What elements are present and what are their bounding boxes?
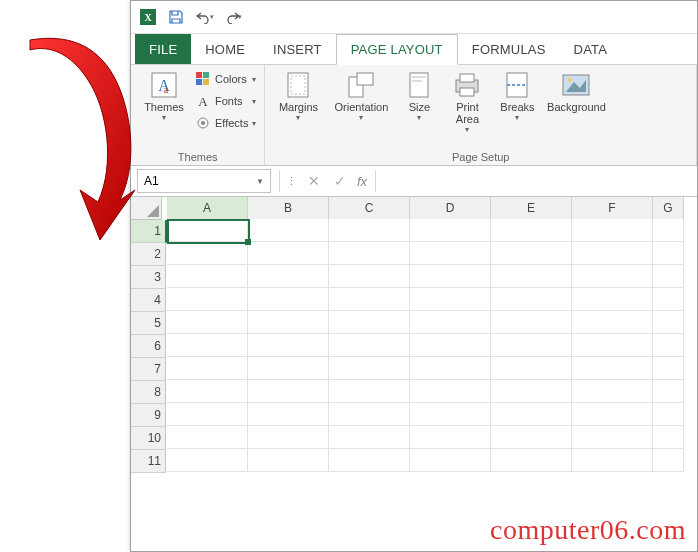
print-area-button[interactable]: Print Area ▾: [445, 69, 489, 136]
column-header[interactable]: C: [329, 197, 410, 220]
fx-icon[interactable]: fx: [353, 174, 371, 189]
row-header[interactable]: 3: [131, 266, 166, 289]
cell[interactable]: [410, 288, 491, 311]
cell[interactable]: [572, 219, 653, 242]
cell[interactable]: [410, 449, 491, 472]
cell[interactable]: [167, 380, 248, 403]
cell[interactable]: [248, 242, 329, 265]
tab-file[interactable]: FILE: [135, 34, 191, 64]
cell[interactable]: [329, 334, 410, 357]
cell[interactable]: [167, 242, 248, 265]
column-header[interactable]: D: [410, 197, 491, 220]
cell[interactable]: [653, 242, 684, 265]
tab-insert[interactable]: INSERT: [259, 34, 336, 64]
size-button[interactable]: Size ▾: [399, 69, 439, 124]
effects-button[interactable]: Effects ▾: [195, 113, 256, 133]
cell[interactable]: [491, 357, 572, 380]
cell[interactable]: [410, 311, 491, 334]
cell[interactable]: [167, 311, 248, 334]
cell[interactable]: [491, 242, 572, 265]
row-header[interactable]: 7: [131, 358, 166, 381]
cell[interactable]: [329, 380, 410, 403]
cell[interactable]: [167, 265, 248, 288]
save-icon[interactable]: [165, 6, 187, 28]
cell[interactable]: [329, 265, 410, 288]
cell[interactable]: [491, 288, 572, 311]
cell[interactable]: [410, 219, 491, 242]
cell[interactable]: [167, 426, 248, 449]
background-button[interactable]: Background: [545, 69, 607, 115]
row-header[interactable]: 1: [131, 220, 167, 243]
cell[interactable]: [653, 403, 684, 426]
cell[interactable]: [248, 265, 329, 288]
column-header[interactable]: F: [572, 197, 653, 220]
cell[interactable]: [248, 449, 329, 472]
column-header[interactable]: A: [167, 197, 248, 221]
cell[interactable]: [248, 426, 329, 449]
cell[interactable]: [572, 334, 653, 357]
cell[interactable]: [491, 403, 572, 426]
cell[interactable]: [167, 357, 248, 380]
cell[interactable]: [491, 265, 572, 288]
cell[interactable]: [329, 403, 410, 426]
cell[interactable]: [653, 380, 684, 403]
cell[interactable]: [491, 426, 572, 449]
cell[interactable]: [248, 219, 329, 242]
row-header[interactable]: 6: [131, 335, 166, 358]
cell[interactable]: [410, 242, 491, 265]
cell[interactable]: [410, 357, 491, 380]
cell[interactable]: [572, 242, 653, 265]
cell[interactable]: [653, 449, 684, 472]
cell[interactable]: [329, 426, 410, 449]
row-header[interactable]: 4: [131, 289, 166, 312]
cell[interactable]: [329, 288, 410, 311]
cell[interactable]: [653, 265, 684, 288]
orientation-button[interactable]: Orientation ▾: [329, 69, 393, 124]
cell[interactable]: [410, 403, 491, 426]
cell[interactable]: [572, 449, 653, 472]
cell[interactable]: [491, 219, 572, 242]
cell[interactable]: [572, 426, 653, 449]
cell[interactable]: [653, 311, 684, 334]
column-header[interactable]: B: [248, 197, 329, 220]
cell[interactable]: [329, 311, 410, 334]
cell[interactable]: [248, 288, 329, 311]
tab-page-layout[interactable]: PAGE LAYOUT: [336, 34, 458, 65]
cell[interactable]: [572, 380, 653, 403]
tab-data[interactable]: DATA: [560, 34, 622, 64]
row-header[interactable]: 11: [131, 450, 166, 473]
colors-button[interactable]: Colors ▾: [195, 69, 256, 89]
row-header[interactable]: 10: [131, 427, 166, 450]
cell[interactable]: [653, 357, 684, 380]
cell[interactable]: [167, 219, 248, 242]
cell[interactable]: [491, 380, 572, 403]
cell[interactable]: [329, 219, 410, 242]
cell[interactable]: [572, 403, 653, 426]
row-header[interactable]: 8: [131, 381, 166, 404]
redo-icon[interactable]: ▾: [221, 6, 243, 28]
cell[interactable]: [167, 334, 248, 357]
cell[interactable]: [491, 311, 572, 334]
cell[interactable]: [653, 426, 684, 449]
cell[interactable]: [248, 311, 329, 334]
cell[interactable]: [248, 380, 329, 403]
cell[interactable]: [572, 265, 653, 288]
cell[interactable]: [248, 357, 329, 380]
cell[interactable]: [410, 265, 491, 288]
cell[interactable]: [329, 449, 410, 472]
cell[interactable]: [248, 403, 329, 426]
cell[interactable]: [248, 334, 329, 357]
row-header[interactable]: 5: [131, 312, 166, 335]
cell[interactable]: [572, 357, 653, 380]
cell[interactable]: [491, 334, 572, 357]
cell[interactable]: [329, 357, 410, 380]
themes-button[interactable]: Aa Themes ▾: [139, 69, 189, 124]
cell[interactable]: [491, 449, 572, 472]
cell[interactable]: [653, 288, 684, 311]
breaks-button[interactable]: Breaks ▾: [495, 69, 539, 124]
cell[interactable]: [653, 334, 684, 357]
fonts-button[interactable]: A Fonts ▾: [195, 91, 256, 111]
cell[interactable]: [410, 334, 491, 357]
column-header[interactable]: E: [491, 197, 572, 220]
select-all-corner[interactable]: [131, 197, 162, 220]
